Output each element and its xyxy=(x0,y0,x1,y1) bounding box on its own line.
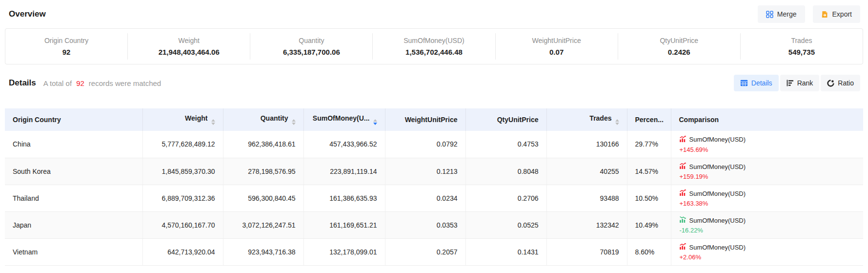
comparison-metric: SumOfMoney(USD) xyxy=(689,244,746,251)
cell-weight: 4,570,160,167.70 xyxy=(142,211,223,238)
column-header: QtyUnitPrice xyxy=(465,108,546,131)
overview-stat-label: Weight xyxy=(128,37,250,44)
cell-origin-country: Vietnam xyxy=(5,238,142,265)
cell-origin-country: Thailand xyxy=(5,185,142,211)
merge-icon xyxy=(766,11,773,18)
overview-stat-value: 1,536,702,446.48 xyxy=(373,48,495,56)
overview-stat-label: QtyUnitPrice xyxy=(618,37,740,44)
cell-sum-of-money: 161,169,651.21 xyxy=(303,211,385,238)
overview-stat-value: 0.2426 xyxy=(618,48,740,56)
details-table: Origin CountryWeightQuantitySumOfMoney(U… xyxy=(5,108,863,266)
column-header: Origin Country xyxy=(5,108,142,131)
comparison-change: -16.22% xyxy=(680,227,856,234)
topbar-actions: Merge Export xyxy=(758,5,860,23)
cell-qty-unit-price: 0.0525 xyxy=(465,211,546,238)
overview-stat-label: Trades xyxy=(741,37,863,44)
cell-origin-country: China xyxy=(5,131,142,158)
cell-qty-unit-price: 0.2706 xyxy=(465,185,546,211)
cell-trades: 70819 xyxy=(546,238,627,265)
topbar: Overview Merge Export xyxy=(0,0,868,25)
view-tab-ratio[interactable]: Ratio xyxy=(821,75,860,91)
cell-qty-unit-price: 0.4753 xyxy=(465,131,546,158)
export-button[interactable]: Export xyxy=(813,5,860,23)
view-tab-label: Rank xyxy=(797,79,813,87)
table-row[interactable]: Japan 4,570,160,167.70 3,072,126,247.51 … xyxy=(5,211,863,238)
details-title: Details xyxy=(9,78,36,88)
merge-button[interactable]: Merge xyxy=(758,5,805,23)
cell-weight: 5,777,628,489.12 xyxy=(142,131,223,158)
cell-origin-country: Japan xyxy=(5,211,142,238)
view-tab-details[interactable]: Details xyxy=(734,75,779,91)
column-header-label: Percen... xyxy=(635,116,664,124)
trend-up-icon xyxy=(679,243,686,252)
cell-percentage: 14.57% xyxy=(627,158,671,185)
table-icon xyxy=(740,80,748,86)
comparison-change: +163.38% xyxy=(680,200,856,207)
overview-stat-value: 92 xyxy=(5,48,127,56)
cell-quantity: 278,198,576.95 xyxy=(223,158,303,185)
cell-trades: 130166 xyxy=(546,131,627,158)
trend-up-icon xyxy=(679,189,686,198)
cell-comparison: SumOfMoney(USD) +145.69% xyxy=(671,131,863,158)
cell-comparison: SumOfMoney(USD) +2.06% xyxy=(671,238,863,265)
cell-quantity: 596,300,840.45 xyxy=(223,185,303,211)
overview-stat: Origin Country 92 xyxy=(5,33,128,60)
table-row[interactable]: Vietnam 642,713,920.04 923,943,716.38 13… xyxy=(5,238,863,265)
cell-origin-country: South Korea xyxy=(5,158,142,185)
cell-sum-of-money: 223,891,119.14 xyxy=(303,158,385,185)
cell-weight-unit-price: 0.2057 xyxy=(385,238,465,265)
table-row[interactable]: China 5,777,628,489.12 962,386,418.61 45… xyxy=(5,131,863,158)
comparison-metric: SumOfMoney(USD) xyxy=(689,163,746,170)
column-header: WeightUnitPrice xyxy=(385,108,465,131)
comparison-change: +159.19% xyxy=(680,173,856,180)
cell-weight-unit-price: 0.0792 xyxy=(385,131,465,158)
export-icon xyxy=(821,11,828,18)
column-header-label: Quantity xyxy=(261,114,288,122)
trend-down-icon xyxy=(679,216,686,225)
overview-stat: Trades 549,735 xyxy=(741,33,863,60)
cell-quantity: 923,943,716.38 xyxy=(223,238,303,265)
sort-icon[interactable] xyxy=(211,119,215,125)
cell-sum-of-money: 457,433,966.52 xyxy=(303,131,385,158)
sort-icon[interactable] xyxy=(373,119,377,125)
summary-suffix: records were matched xyxy=(89,79,161,87)
overview-stat: Weight 21,948,403,464.06 xyxy=(128,33,250,60)
cell-percentage: 10.50% xyxy=(627,185,671,211)
cell-weight-unit-price: 0.0353 xyxy=(385,211,465,238)
cell-sum-of-money: 161,386,635.93 xyxy=(303,185,385,211)
cell-percentage: 10.49% xyxy=(627,211,671,238)
cell-comparison: SumOfMoney(USD) -16.22% xyxy=(671,211,863,238)
rank-icon xyxy=(787,80,794,86)
comparison-change: +145.69% xyxy=(680,146,856,153)
trend-up-icon xyxy=(679,162,686,171)
overview-stat-label: SumOfMoney(USD) xyxy=(373,37,495,44)
overview-stat-value: 549,735 xyxy=(741,48,863,56)
overview-stat-label: Origin Country xyxy=(5,37,127,44)
cell-weight-unit-price: 0.0234 xyxy=(385,185,465,211)
view-tab-rank[interactable]: Rank xyxy=(780,75,820,91)
export-button-label: Export xyxy=(832,10,852,18)
overview-stat-label: WeightUnitPrice xyxy=(496,37,618,44)
cell-qty-unit-price: 0.8048 xyxy=(465,158,546,185)
column-header[interactable]: SumOfMoney(U... xyxy=(303,108,385,131)
comparison-metric: SumOfMoney(USD) xyxy=(689,217,746,224)
sort-icon[interactable] xyxy=(615,119,619,125)
view-tabs: Details Rank Ratio xyxy=(734,75,860,91)
sort-icon[interactable] xyxy=(292,119,296,125)
trend-icon-slot xyxy=(679,162,686,171)
cell-weight: 642,713,920.04 xyxy=(142,238,223,265)
cell-percentage: 29.77% xyxy=(627,131,671,158)
overview-stat: SumOfMoney(USD) 1,536,702,446.48 xyxy=(373,33,495,60)
cell-trades: 132342 xyxy=(546,211,627,238)
trend-icon-slot xyxy=(679,189,686,198)
table-row[interactable]: Thailand 6,889,709,312.36 596,300,840.45… xyxy=(5,185,863,211)
page-title: Overview xyxy=(9,9,46,19)
column-header[interactable]: Trades xyxy=(546,108,627,131)
column-header-label: SumOfMoney(U... xyxy=(313,114,370,122)
comparison-metric: SumOfMoney(USD) xyxy=(689,136,746,143)
cell-qty-unit-price: 0.1431 xyxy=(465,238,546,265)
column-header[interactable]: Weight xyxy=(142,108,223,131)
cell-quantity: 3,072,126,247.51 xyxy=(223,211,303,238)
table-row[interactable]: South Korea 1,845,859,370.30 278,198,576… xyxy=(5,158,863,185)
column-header[interactable]: Quantity xyxy=(223,108,303,131)
